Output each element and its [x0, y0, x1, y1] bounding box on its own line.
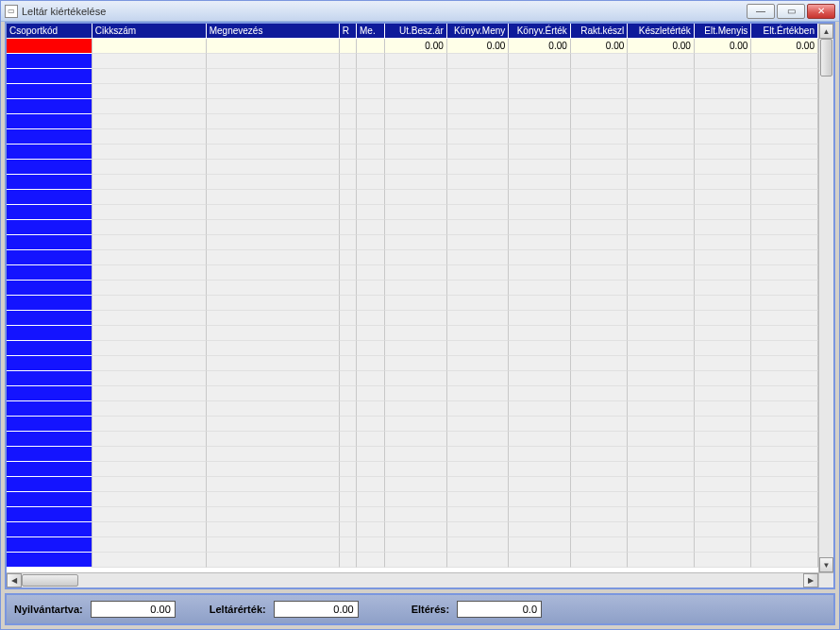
leltarertek-field[interactable]: [274, 601, 359, 618]
cell[interactable]: [340, 39, 357, 54]
cell[interactable]: [7, 281, 92, 296]
cell[interactable]: [751, 296, 818, 311]
cell[interactable]: [385, 220, 447, 235]
cell[interactable]: 0.00: [695, 39, 751, 54]
cell[interactable]: [385, 190, 447, 205]
cell[interactable]: [92, 341, 207, 356]
cell[interactable]: [207, 265, 340, 281]
cell[interactable]: [7, 477, 92, 492]
cell[interactable]: [7, 265, 92, 281]
cell[interactable]: [207, 84, 340, 99]
cell[interactable]: [571, 160, 628, 175]
cell[interactable]: [340, 462, 357, 477]
cell[interactable]: [7, 447, 92, 462]
cell[interactable]: [340, 432, 357, 447]
table-row[interactable]: [7, 432, 818, 447]
table-row[interactable]: [7, 235, 818, 250]
cell[interactable]: [92, 250, 207, 265]
cell[interactable]: [571, 114, 628, 129]
cell[interactable]: [447, 507, 510, 522]
cell[interactable]: [447, 401, 510, 417]
cell[interactable]: [357, 220, 385, 235]
cell[interactable]: [447, 69, 510, 84]
column-header[interactable]: Könyv.Érték: [509, 24, 571, 39]
cell[interactable]: [7, 462, 92, 477]
cell[interactable]: [447, 447, 510, 462]
cell[interactable]: [751, 462, 818, 477]
cell[interactable]: [751, 54, 818, 69]
cell[interactable]: [695, 386, 751, 401]
table-row[interactable]: [7, 190, 818, 205]
scroll-right-button[interactable]: ▶: [803, 573, 818, 587]
cell[interactable]: [7, 145, 92, 160]
table-row[interactable]: [7, 447, 818, 462]
cell[interactable]: [207, 220, 340, 235]
table-row[interactable]: [7, 417, 818, 432]
cell[interactable]: [207, 553, 340, 568]
cell[interactable]: [207, 190, 340, 205]
cell[interactable]: 0.00: [751, 39, 818, 54]
cell[interactable]: [447, 84, 510, 99]
cell[interactable]: [628, 462, 695, 477]
cell[interactable]: [357, 432, 385, 447]
cell[interactable]: [447, 356, 510, 371]
table-row[interactable]: [7, 401, 818, 417]
cell[interactable]: [385, 311, 447, 326]
cell[interactable]: [571, 492, 628, 507]
cell[interactable]: [695, 477, 751, 492]
cell[interactable]: [751, 281, 818, 296]
cell[interactable]: [207, 69, 340, 84]
cell[interactable]: [628, 69, 695, 84]
cell[interactable]: [695, 235, 751, 250]
cell[interactable]: [571, 84, 628, 99]
cell[interactable]: [447, 553, 510, 568]
cell[interactable]: [207, 311, 340, 326]
cell[interactable]: [7, 341, 92, 356]
cell[interactable]: [751, 220, 818, 235]
cell[interactable]: [340, 522, 357, 537]
column-header[interactable]: Megnevezés: [207, 24, 340, 39]
cell[interactable]: [385, 205, 447, 220]
cell[interactable]: [695, 54, 751, 69]
cell[interactable]: [571, 99, 628, 114]
cell[interactable]: [357, 129, 385, 145]
cell[interactable]: [695, 160, 751, 175]
cell[interactable]: [447, 371, 510, 386]
cell[interactable]: [509, 84, 571, 99]
cell[interactable]: 0.00: [571, 39, 628, 54]
cell[interactable]: [695, 281, 751, 296]
cell[interactable]: [92, 190, 207, 205]
cell[interactable]: [447, 175, 510, 190]
table-row[interactable]: [7, 537, 818, 553]
table-row[interactable]: [7, 265, 818, 281]
cell[interactable]: [751, 265, 818, 281]
cell[interactable]: [751, 386, 818, 401]
cell[interactable]: [92, 553, 207, 568]
cell[interactable]: [7, 69, 92, 84]
table-row[interactable]: [7, 507, 818, 522]
cell[interactable]: [92, 417, 207, 432]
cell[interactable]: [571, 341, 628, 356]
cell[interactable]: [509, 401, 571, 417]
cell[interactable]: [509, 477, 571, 492]
cell[interactable]: [447, 220, 510, 235]
cell[interactable]: [695, 84, 751, 99]
cell[interactable]: [628, 311, 695, 326]
cell[interactable]: [628, 432, 695, 447]
cell[interactable]: [207, 522, 340, 537]
cell[interactable]: [695, 250, 751, 265]
data-grid[interactable]: CsoportkódCikkszámMegnevezésRMe.Ut.Besz.…: [7, 24, 818, 568]
cell[interactable]: [357, 235, 385, 250]
cell[interactable]: [751, 356, 818, 371]
cell[interactable]: [207, 160, 340, 175]
cell[interactable]: [751, 114, 818, 129]
elteres-field[interactable]: [457, 601, 542, 618]
cell[interactable]: [509, 235, 571, 250]
cell[interactable]: [92, 401, 207, 417]
cell[interactable]: [385, 114, 447, 129]
cell[interactable]: [7, 190, 92, 205]
table-row[interactable]: [7, 129, 818, 145]
cell[interactable]: [695, 69, 751, 84]
cell[interactable]: [340, 477, 357, 492]
cell[interactable]: [357, 522, 385, 537]
